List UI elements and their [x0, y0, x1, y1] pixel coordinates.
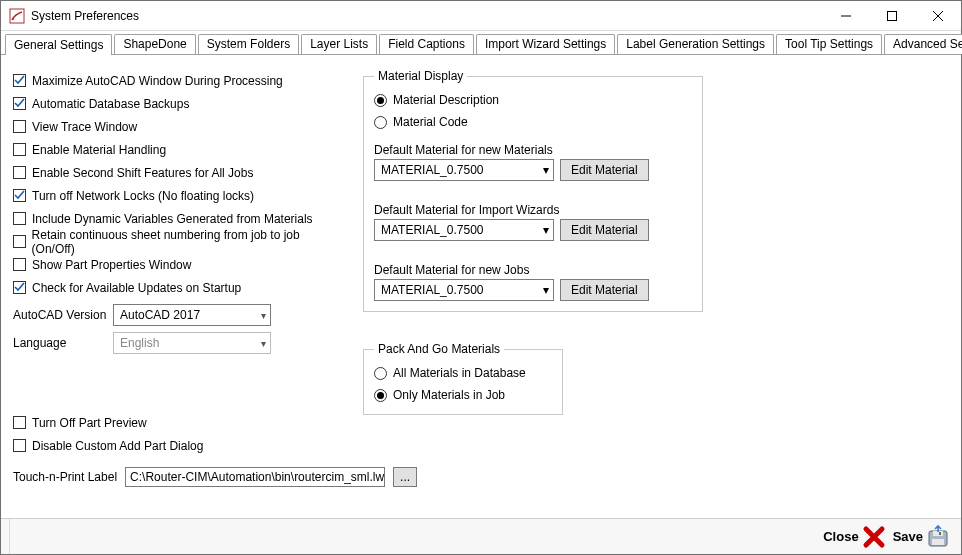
material-display-group: Material Display Material Description Ma… [363, 69, 703, 312]
close-action[interactable]: Close [821, 522, 888, 552]
autocad-version-row: AutoCAD Version AutoCAD 2017 ▾ [13, 303, 333, 327]
left-column: Maximize AutoCAD Window During Processin… [13, 69, 333, 512]
checkbox-icon [13, 120, 26, 133]
check-disable-custom-add[interactable]: Disable Custom Add Part Dialog [13, 434, 333, 457]
touch-n-print-input[interactable]: C:\Router-CIM\Automation\bin\routercim_s… [125, 467, 385, 487]
checkbox-icon [13, 416, 26, 429]
check-label: Include Dynamic Variables Generated from… [32, 212, 313, 226]
edit-material-button[interactable]: Edit Material [560, 159, 649, 181]
edit-material-button[interactable]: Edit Material [560, 219, 649, 241]
tab-general-settings[interactable]: General Settings [5, 34, 112, 55]
window-title: System Preferences [31, 9, 823, 23]
touch-n-print-value: C:\Router-CIM\Automation\bin\routercim_s… [130, 470, 385, 484]
tab-advanced-settings[interactable]: Advanced Settings [884, 34, 962, 54]
chevron-down-icon: ▾ [261, 310, 266, 321]
default-import-select[interactable]: MATERIAL_0.7500 ▾ [374, 219, 554, 241]
material-display-legend: Material Display [374, 69, 467, 83]
language-row: Language English ▾ [13, 331, 333, 355]
chevron-down-icon: ▾ [543, 163, 549, 177]
close-button[interactable] [915, 1, 961, 30]
tab-shapedone[interactable]: ShapeDone [114, 34, 195, 54]
checkbox-icon [13, 235, 26, 248]
radio-only-materials-in-job[interactable]: Only Materials in Job [374, 384, 552, 406]
pack-and-go-legend: Pack And Go Materials [374, 342, 504, 356]
default-import-row: MATERIAL_0.7500 ▾ Edit Material [374, 219, 692, 241]
checkbox-icon [13, 189, 26, 202]
save-action[interactable]: Save [891, 522, 953, 552]
check-label: Enable Second Shift Features for All Job… [32, 166, 253, 180]
svg-rect-3 [888, 11, 897, 20]
svg-point-1 [12, 18, 14, 20]
chevron-down-icon: ▾ [543, 283, 549, 297]
svg-rect-0 [10, 9, 24, 23]
minimize-button[interactable] [823, 1, 869, 30]
chevron-down-icon: ▾ [543, 223, 549, 237]
autocad-version-label: AutoCAD Version [13, 308, 113, 322]
right-column: Material Display Material Description Ma… [363, 69, 949, 512]
tab-layer-lists[interactable]: Layer Lists [301, 34, 377, 54]
check-label: View Trace Window [32, 120, 137, 134]
pack-and-go-group: Pack And Go Materials All Materials in D… [363, 342, 563, 415]
window-controls [823, 1, 961, 30]
check-no-floating-locks[interactable]: Turn off Network Locks (No floating lock… [13, 184, 333, 207]
language-label: Language [13, 336, 113, 350]
check-sheet-numbering[interactable]: Retain continuous sheet numbering from j… [13, 230, 333, 253]
default-new-materials-label: Default Material for new Materials [374, 143, 692, 157]
tab-label-generation-settings[interactable]: Label Generation Settings [617, 34, 774, 54]
autocad-version-select[interactable]: AutoCAD 2017 ▾ [113, 304, 271, 326]
checkbox-icon [13, 166, 26, 179]
default-new-materials-select[interactable]: MATERIAL_0.7500 ▾ [374, 159, 554, 181]
close-label: Close [823, 529, 858, 544]
check-view-trace[interactable]: View Trace Window [13, 115, 333, 138]
checkbox-icon [13, 258, 26, 271]
check-material-handling[interactable]: Enable Material Handling [13, 138, 333, 161]
close-x-icon [861, 524, 887, 550]
checkbox-icon [13, 439, 26, 452]
default-new-jobs-select[interactable]: MATERIAL_0.7500 ▾ [374, 279, 554, 301]
check-label: Turn Off Part Preview [32, 416, 147, 430]
window: System Preferences General Settings Shap… [0, 0, 962, 555]
tab-bar: General Settings ShapeDone System Folder… [1, 33, 961, 55]
radio-icon [374, 94, 387, 107]
check-label: Turn off Network Locks (No floating lock… [32, 189, 254, 203]
radio-icon [374, 389, 387, 402]
app-icon [9, 8, 25, 24]
save-label: Save [893, 529, 923, 544]
radio-material-code[interactable]: Material Code [374, 111, 692, 133]
maximize-button[interactable] [869, 1, 915, 30]
touch-n-print-label: Touch-n-Print Label [13, 470, 117, 484]
check-label: Show Part Properties Window [32, 258, 191, 272]
check-turn-off-preview[interactable]: Turn Off Part Preview [13, 411, 333, 434]
language-select[interactable]: English ▾ [113, 332, 271, 354]
tab-system-folders[interactable]: System Folders [198, 34, 299, 54]
save-disk-icon [925, 524, 951, 550]
checkbox-icon [13, 74, 26, 87]
check-second-shift[interactable]: Enable Second Shift Features for All Job… [13, 161, 333, 184]
checkbox-icon [13, 212, 26, 225]
tab-tool-tip-settings[interactable]: Tool Tip Settings [776, 34, 882, 54]
radio-material-description[interactable]: Material Description [374, 89, 692, 111]
check-part-properties[interactable]: Show Part Properties Window [13, 253, 333, 276]
default-new-jobs-row: MATERIAL_0.7500 ▾ Edit Material [374, 279, 692, 301]
radio-all-materials[interactable]: All Materials in Database [374, 362, 552, 384]
check-label: Retain continuous sheet numbering from j… [32, 228, 333, 256]
check-label: Check for Available Updates on Startup [32, 281, 241, 295]
select-value: AutoCAD 2017 [120, 308, 200, 322]
checkbox-icon [13, 281, 26, 294]
svg-rect-9 [932, 539, 944, 545]
titlebar: System Preferences [1, 1, 961, 31]
status-separator [9, 519, 13, 554]
status-bar: Close Save [1, 518, 961, 554]
select-value: MATERIAL_0.7500 [381, 223, 484, 237]
check-label: Automatic Database Backups [32, 97, 189, 111]
tab-import-wizard-settings[interactable]: Import Wizard Settings [476, 34, 615, 54]
check-maximize-autocad[interactable]: Maximize AutoCAD Window During Processin… [13, 69, 333, 92]
check-updates-startup[interactable]: Check for Available Updates on Startup [13, 276, 333, 299]
check-label: Maximize AutoCAD Window During Processin… [32, 74, 283, 88]
edit-material-button[interactable]: Edit Material [560, 279, 649, 301]
check-auto-backups[interactable]: Automatic Database Backups [13, 92, 333, 115]
radio-label: Material Description [393, 93, 499, 107]
tab-field-captions[interactable]: Field Captions [379, 34, 474, 54]
radio-label: Only Materials in Job [393, 388, 505, 402]
default-import-label: Default Material for Import Wizards [374, 203, 692, 217]
